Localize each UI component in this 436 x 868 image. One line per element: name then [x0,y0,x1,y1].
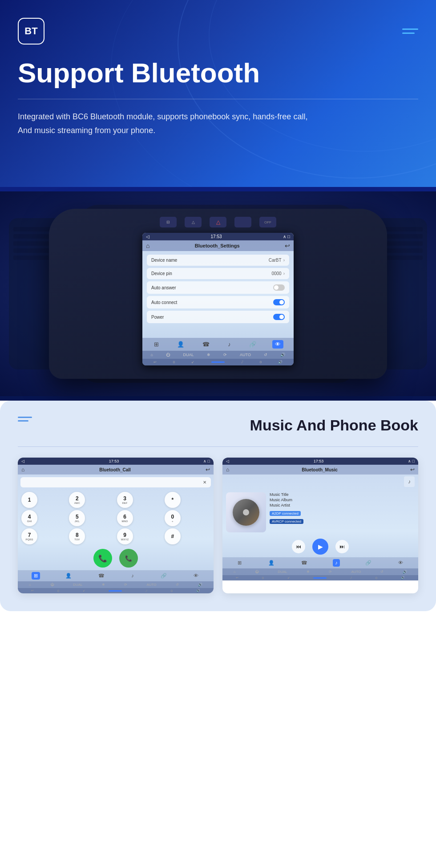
music-status-bar: ◁ 17:53 ∧ □ [222,458,418,465]
hamburger-menu[interactable] [402,28,418,34]
music-home-icon[interactable]: ⌂ [226,466,229,473]
music-tab-eye[interactable]: 👁 [397,559,404,567]
key-star[interactable]: * [165,492,181,508]
call-tab-call[interactable]: ☎ [97,572,106,580]
tab-contacts[interactable]: 👤 [175,340,186,349]
music-info: Music Title Music Album Music Artist A2D… [270,492,415,532]
auto-answer-toggle[interactable] [273,284,285,291]
call-ctrl-home[interactable]: ⌂ [29,583,31,587]
device-name-row[interactable]: Device name CarBT › [147,255,289,266]
chevron-right-2-icon: › [283,271,285,276]
avrcp-badge: AVRCP connected [270,519,303,524]
auto-connect-row[interactable]: Auto connect [147,296,289,308]
dash-top-buttons: ⊟ △ △ OFF [67,217,369,227]
music-tab-call[interactable]: ☎ [300,559,309,567]
next-button[interactable]: ⏭ [335,540,349,553]
ctrl-vol[interactable]: 🔊 [280,353,285,357]
screen-back-icon[interactable]: ↩ [285,242,290,249]
call-ctrl-recycle[interactable]: ⟳ [124,583,127,587]
bottom-title: Music And Phone Book [250,417,418,434]
call-button[interactable]: 📞 [93,549,112,568]
call-time: 17:53 [109,459,119,463]
album-center [243,509,249,515]
key-9[interactable]: 9WXYZ [117,528,133,544]
key-0[interactable]: 0+ [165,510,181,526]
call-home-icon[interactable]: ⌂ [21,466,24,473]
device-pin-row[interactable]: Device pin 0000 › [147,268,289,279]
key-7[interactable]: 7PQRS [21,528,37,544]
music-ctrl-wind[interactable]: ↺ [380,570,384,574]
call-back-icon[interactable]: ↩ [206,466,210,473]
call-input[interactable]: ✕ [20,477,211,487]
music-screen-title: Bluetooth_Music [231,467,408,472]
music-ctrl-recycle[interactable]: ⟳ [329,570,332,574]
screen-nav-bar: ⌂ Bluetooth_Settings ↩ [142,240,294,251]
dashboard: ⊟ △ △ OFF ◁ 17:53 ∧ □ [49,209,387,379]
key-2[interactable]: 2ABC [69,492,85,508]
bottom-hamburger[interactable] [18,417,32,422]
music-ctrl-ac[interactable]: ❄ [307,570,310,574]
music-ctrl-power[interactable]: ⏻ [255,570,258,574]
prev-button[interactable]: ⏮ [292,540,305,553]
music-content: Music Title Music Album Music Artist A2D… [222,489,418,536]
ctrl-wind[interactable]: ↺ [264,353,267,357]
music-progress-bar [313,577,327,579]
call-tab-link[interactable]: 🔗 [159,572,168,580]
music-tab-contacts[interactable]: 👤 [267,559,276,567]
music-status-icons: ∧ □ [408,459,415,463]
music-album: Music Album [270,498,415,502]
bottom-header: Music And Phone Book [18,417,418,434]
music-time: 17:53 [314,459,324,463]
music-tab-grid[interactable]: ⊞ [236,559,243,567]
ctrl-home[interactable]: ⌂ [151,353,153,357]
tab-eye[interactable]: 👁 [272,340,283,349]
ctrl-recycle[interactable]: ⟳ [223,353,227,357]
key-1[interactable]: 1 [21,492,37,508]
screen-vol-bar: ↩ 0 ↙ ⑀ 0 🔊 [142,359,294,365]
power-toggle[interactable] [273,314,285,320]
car-background: ⊟ △ △ OFF ◁ 17:53 ∧ □ [0,191,436,396]
power-row[interactable]: Power [147,311,289,323]
call-ctrl-vol[interactable]: 🔊 [198,583,202,587]
music-note-icon[interactable]: ♪ [404,476,415,487]
music-back-icon[interactable]: ↩ [410,466,415,473]
call-tab-grid[interactable]: ⊞ [32,572,40,580]
call-back-arrow: ◁ [21,459,24,463]
music-tab-music[interactable]: ♪ [333,559,340,567]
call-tab-music[interactable]: ♪ [130,572,135,580]
music-bottom-tabs: ⊞ 👤 ☎ ♪ 🔗 👁 [222,557,418,568]
tab-grid[interactable]: ⊞ [152,340,161,349]
key-3[interactable]: 3DEF [117,492,133,508]
call-ctrl-power[interactable]: ⏻ [50,583,54,587]
music-ctrl-vol[interactable]: 🔊 [403,570,407,574]
call-tab-eye[interactable]: 👁 [192,572,200,580]
key-5[interactable]: 5JKL [69,510,85,526]
screen-bottom-tabs: ⊞ 👤 ☎ ♪ 🔗 👁 [142,338,294,351]
key-6[interactable]: 6MNO [117,510,133,526]
call-clear-icon[interactable]: ✕ [203,480,206,485]
home-icon[interactable]: ⌂ [146,242,149,249]
ctrl-ac[interactable]: ❄ [207,353,210,357]
key-4[interactable]: 4GHI [21,510,37,526]
auto-answer-row[interactable]: Auto answer [147,281,289,294]
ctrl-power[interactable]: ⏻ [166,353,170,357]
call-tab-contacts[interactable]: 👤 [64,572,73,580]
end-call-button[interactable]: 📞 [119,549,138,568]
call-progress-bar [109,590,122,592]
screen-title: Bluetooth_Settings [152,243,282,248]
call-ctrl-wind[interactable]: ↺ [176,583,179,587]
key-hash[interactable]: # [165,528,181,544]
tab-call[interactable]: ☎ [201,340,211,349]
music-ctrl-home[interactable]: ⌂ [234,570,236,574]
play-button[interactable]: ▶ [312,539,328,555]
call-ctrl-ac[interactable]: ❄ [102,583,105,587]
call-nav-bar: ⌂ Bluetooth_Call ↩ [18,465,214,475]
tab-link[interactable]: 🔗 [247,340,258,349]
car-screen-section: ⊟ △ △ OFF ◁ 17:53 ∧ □ [0,187,436,401]
key-8[interactable]: 8TUV [69,528,85,544]
auto-connect-toggle[interactable] [273,299,285,305]
dash-btn-1: ⊟ [160,217,177,227]
music-tab-link[interactable]: 🔗 [364,559,373,567]
bt-logo: BT [18,18,44,45]
tab-music[interactable]: ♪ [226,340,233,349]
